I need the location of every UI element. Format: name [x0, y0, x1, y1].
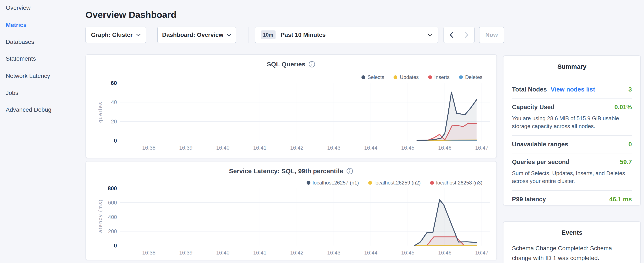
localhost:26257 (n1)-area	[415, 200, 477, 245]
sidebar-item-databases[interactable]: Databases	[6, 37, 34, 47]
sidebar-item-jobs[interactable]: Jobs	[6, 88, 18, 98]
summary-value: 59.7	[620, 158, 632, 166]
x-tick-label: 16:42	[290, 145, 304, 151]
summary-panel: Summary Total Nodes View nodes list 3 Ca…	[503, 55, 641, 205]
summary-value: 3	[628, 86, 632, 93]
time-step-buttons	[444, 27, 474, 43]
event-item[interactable]: Schema Change Completed: Schema change w…	[512, 243, 632, 263]
summary-row-queries-per-second: Queries per second 59.7	[512, 153, 632, 171]
summary-value: 0.01%	[614, 104, 632, 111]
y-tick-label: 20	[111, 119, 117, 124]
y-tick-label: 0	[114, 137, 117, 144]
sidebar-item-overview[interactable]: Overview	[6, 3, 30, 13]
sidebar-item-advanced-debug[interactable]: Advanced Debug	[6, 105, 52, 115]
sidebar-item-metrics[interactable]: Metrics	[6, 20, 26, 31]
x-tick-label: 16:40	[216, 249, 230, 255]
y-tick-label: 800	[108, 185, 117, 191]
x-tick-label: 16:45	[401, 145, 414, 151]
x-tick-label: 16:43	[327, 145, 340, 151]
event-message: Schema Change Completed: Schema change w…	[512, 243, 632, 263]
events-title: Events	[512, 229, 632, 236]
time-step-forward-button[interactable]	[459, 27, 474, 43]
db-console-screen: Overview Metrics Databases Statements Ne…	[0, 0, 644, 263]
x-tick-label: 16:44	[364, 249, 378, 255]
sidebar-item-network-latency[interactable]: Network Latency	[6, 71, 50, 81]
x-tick-label: 16:45	[401, 249, 414, 255]
sidebar: Overview Metrics Databases Statements Ne…	[0, 0, 85, 263]
sql-queries-plot[interactable]: 16:3816:3916:4016:4116:4216:4316:4416:45…	[86, 55, 496, 158]
graph-scope-label: Graph: Cluster	[91, 32, 133, 38]
y-tick-label: 200	[108, 228, 117, 234]
x-tick-label: 16:38	[142, 249, 156, 255]
summary-row-unavailable-ranges: Unavailable ranges 0	[512, 135, 632, 153]
summary-row-total-nodes: Total Nodes View nodes list 3	[512, 81, 632, 98]
y-tick-label: 600	[108, 200, 117, 205]
chevron-right-icon	[464, 32, 469, 38]
y-tick-label: 60	[111, 80, 117, 86]
x-tick-label: 16:46	[438, 249, 452, 255]
summary-title: Summary	[512, 63, 632, 70]
time-range-selector[interactable]: 10m Past 10 Minutes	[255, 27, 438, 43]
events-panel: Events Schema Change Completed: Schema c…	[503, 221, 641, 263]
x-tick-label: 16:42	[290, 249, 304, 255]
summary-label: Unavailable ranges	[512, 141, 568, 148]
x-tick-label: 16:39	[179, 249, 193, 255]
summary-description: You are using 28.6 MiB of 515.9 GiB usab…	[512, 114, 632, 135]
view-nodes-list-link[interactable]: View nodes list	[551, 86, 595, 93]
y-tick-label: 0	[114, 242, 117, 249]
summary-row-capacity-used: Capacity Used 0.01%	[512, 98, 632, 116]
dashboard-label: Dashboard: Overview	[162, 32, 224, 38]
time-range-badge: 10m	[261, 31, 276, 39]
x-tick-label: 16:40	[216, 145, 230, 151]
x-tick-label: 16:47	[475, 145, 488, 151]
service-latency-chart-card: Service Latency: SQL, 99th percentile lo…	[86, 161, 497, 260]
chevron-down-icon	[136, 34, 141, 36]
summary-label: Queries per second	[512, 158, 570, 166]
summary-label: Total Nodes	[512, 86, 547, 93]
x-tick-label: 16:43	[327, 249, 340, 255]
x-tick-label: 16:46	[438, 145, 452, 151]
sidebar-item-statements[interactable]: Statements	[6, 53, 36, 64]
toolbar-divider	[248, 27, 249, 43]
sql-queries-chart-card: SQL Queries SelectsUpdatesInsertsDeletes…	[86, 54, 497, 158]
summary-description: Sum of Selects, Updates, Inserts, and De…	[512, 169, 632, 190]
summary-label: Capacity Used	[512, 104, 554, 111]
dashboard-dropdown[interactable]: Dashboard: Overview	[157, 27, 236, 43]
service-latency-plot[interactable]: 16:3816:3916:4016:4116:4216:4316:4416:45…	[86, 161, 496, 260]
x-tick-label: 16:44	[364, 145, 378, 151]
Selects-area	[417, 92, 477, 141]
summary-row-p99-latency: P99 latency 46.1 ms	[512, 190, 632, 208]
time-step-back-button[interactable]	[444, 27, 459, 43]
y-tick-label: 400	[108, 214, 117, 220]
chevron-left-icon	[449, 32, 454, 38]
chevron-down-icon	[427, 34, 432, 36]
summary-value: 46.1 ms	[609, 196, 632, 203]
x-tick-label: 16:38	[142, 145, 156, 151]
x-tick-label: 16:41	[253, 145, 266, 151]
x-tick-label: 16:47	[475, 249, 488, 255]
time-range-label: Past 10 Minutes	[281, 32, 427, 38]
now-button[interactable]: Now	[479, 27, 504, 43]
x-tick-label: 16:41	[253, 249, 266, 255]
x-tick-label: 16:39	[179, 145, 193, 151]
summary-value: 0	[628, 141, 632, 148]
y-tick-label: 40	[111, 99, 117, 105]
page-title: Overview Dashboard	[86, 10, 176, 20]
summary-label: P99 latency	[512, 196, 546, 203]
chevron-down-icon	[227, 34, 231, 36]
graph-scope-dropdown[interactable]: Graph: Cluster	[86, 27, 146, 43]
